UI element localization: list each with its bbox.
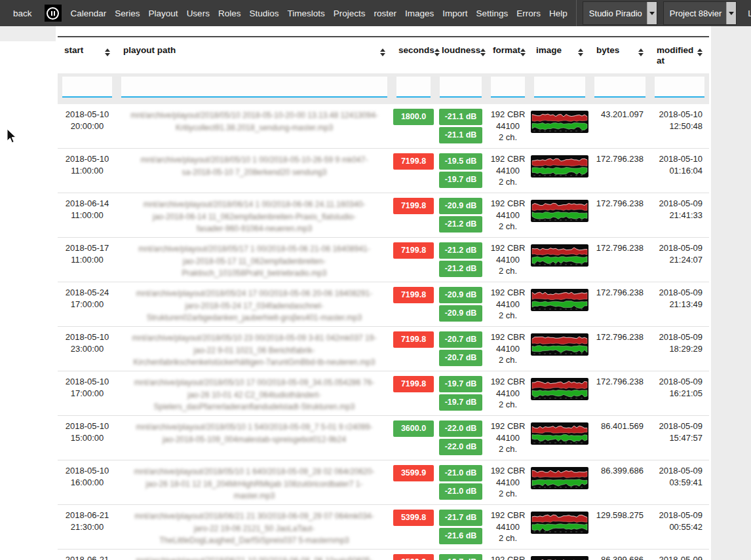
sort-icon[interactable] [520,48,526,56]
playout-table: start playout path seconds loudness form… [58,36,709,560]
nav-item-calendar[interactable]: Calendar [71,9,107,18]
nav-item-users[interactable]: Users [187,9,210,18]
start-time: 11:00:00 [71,210,104,221]
nav-back-link[interactable]: back [13,9,32,18]
filter-input-playout-path[interactable] [121,77,387,98]
waveform-thumbnail[interactable] [531,467,588,489]
filter-input-image[interactable] [534,77,585,98]
loudness-cell: -22.0 dB -22.0 dB [435,420,486,460]
table-row: 2018-05-10 11:00:00 mnt/archive/playout/… [58,149,709,193]
logout-link[interactable]: Logout [748,9,751,18]
column-header-bytes[interactable]: bytes [590,45,650,69]
start-time: 21:30:00 [71,521,104,533]
waveform-thumbnail[interactable] [531,422,588,445]
waveform-thumbnail[interactable] [531,333,588,356]
nav-item-timeslots[interactable]: Timeslots [287,9,324,18]
waveform-thumbnail[interactable] [531,200,588,222]
format-cell: 192 CBR 44100 2 ch. [486,287,530,326]
bytes-value: 172.796.238 [596,153,644,165]
format-bitrate: 192 CBR [491,287,526,299]
format-channels: 2 ch. [499,132,517,143]
left-gray-block [0,26,56,41]
seconds-cell: 7199.8 [392,331,435,371]
sort-icon[interactable] [105,48,110,56]
sort-icon[interactable] [638,48,644,56]
filter-input-start[interactable] [62,77,112,98]
studio-select[interactable]: Studio Piradio [583,1,657,25]
modified-at-cell: 2018-05-09 00:54:28 [650,554,709,560]
sort-icon[interactable] [578,48,583,56]
loudness-badge: -21.1 dB [439,109,483,125]
start-date: 2018-05-10 [66,331,109,343]
nav-item-series[interactable]: Series [115,9,140,18]
column-header-loudness[interactable]: loudness [435,45,486,69]
modified-date: 2018-05-10 [659,109,703,121]
mouse-cursor [7,128,18,144]
loudness-cell: -21.7 dB -21.6 dB [435,510,486,549]
project-select-arrow[interactable] [726,2,736,24]
seconds-cell: 5399.8 [392,510,435,549]
column-header-format[interactable]: format [486,45,530,69]
format-bitrate: 192 CBR [491,420,526,432]
waveform-thumbnail[interactable] [531,244,588,267]
format-channels: 2 ch. [499,443,517,455]
nav-item-import[interactable]: Import [442,9,467,18]
start-cell: 2018-05-10 17:00:00 [58,376,117,415]
start-cell: 2018-05-17 11:00:00 [58,242,117,282]
studio-select-arrow[interactable] [647,2,657,24]
nav-item-roster[interactable]: roster [374,9,396,18]
nav-item-studios[interactable]: Studios [249,9,279,18]
waveform-thumbnail[interactable] [531,155,588,177]
filter-input-loudness[interactable] [440,77,482,98]
playout-path-cell: mnt/archive/playout/2018/05/10 1 640/201… [117,465,392,504]
image-cell [530,198,590,237]
waveform-thumbnail[interactable] [531,512,588,534]
start-cell: 2018-05-10 20:00:00 [58,109,117,148]
table-row: 2018-05-10 16:00:00 mnt/archive/playout/… [58,460,709,505]
modified-time: 01:16:04 [669,165,703,177]
modified-time: 21:24:07 [669,254,703,266]
piradio-logo-icon[interactable] [45,5,62,22]
loudness-badge: -20.7 dB [439,331,483,348]
waveform-thumbnail[interactable] [531,289,588,311]
nav-item-projects[interactable]: Projects [334,9,366,18]
start-cell: 2018-05-10 15:00:00 [58,420,117,460]
waveform-thumbnail[interactable] [531,111,588,133]
format-bitrate: 192 CBR [491,331,526,343]
modified-time: 03:59:41 [669,477,703,489]
column-header-start[interactable]: start [58,45,117,69]
filter-input-bytes[interactable] [594,77,645,98]
modified-time: 15:47:57 [669,432,703,444]
sort-icon[interactable] [480,48,486,56]
format-bitrate: 192 CBR [491,376,526,388]
sort-icon[interactable] [380,48,385,56]
modified-at-cell: 2018-05-10 01:16:04 [650,153,709,193]
project-select[interactable]: Project 88vier [663,1,737,25]
nav-item-images[interactable]: Images [405,9,434,18]
start-date: 2018-06-14 [66,198,109,210]
waveform-thumbnail[interactable] [531,378,588,400]
nav-item-playout[interactable]: Playout [149,9,178,18]
format-samplerate: 44100 [496,521,520,533]
filter-input-seconds[interactable] [396,77,431,98]
filter-input-format[interactable] [491,77,525,98]
loudness-badge: -21.2 dB [439,242,483,259]
column-header-playout-path[interactable]: playout path [117,45,392,69]
sort-icon[interactable] [697,48,703,56]
column-header-seconds[interactable]: seconds [392,45,435,69]
filter-input-modified-at[interactable] [655,77,704,98]
image-cell [530,109,590,148]
nav-item-help[interactable]: Help [549,9,568,18]
path-line: Praktisch_101058Prahl_betriebradio.mp3 [182,269,327,278]
nav-item-errors[interactable]: Errors [516,9,541,18]
modified-at-cell: 2018-05-09 21:41:33 [650,198,709,237]
path-line: Kritiycollect91.38.2018_sendung-master.m… [176,123,333,132]
modified-date: 2018-05-09 [659,510,703,521]
nav-item-roles[interactable]: Roles [218,9,241,18]
column-header-image[interactable]: image [530,45,590,69]
waveform-thumbnail[interactable] [531,556,588,560]
column-header-modified-at[interactable]: modified at [650,45,709,69]
nav-item-settings[interactable]: Settings [476,9,509,18]
bytes-cell: 172.796.238 [590,198,650,237]
format-samplerate: 44100 [496,121,520,132]
